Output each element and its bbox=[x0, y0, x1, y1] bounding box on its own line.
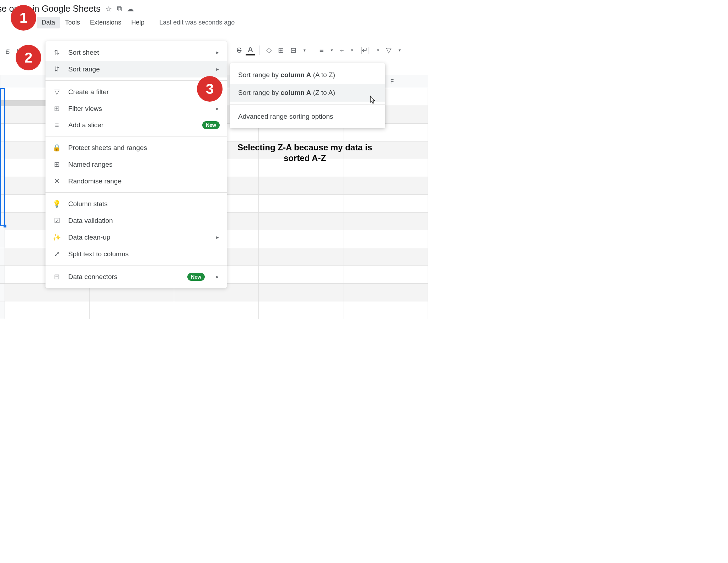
submenu-arrow-icon: ► bbox=[215, 67, 220, 72]
filter-views-icon: ⊞ bbox=[53, 104, 61, 113]
menu-data-validation[interactable]: ☑ Data validation bbox=[46, 212, 227, 229]
menu-filter-views[interactable]: ⊞ Filter views ► bbox=[46, 100, 227, 117]
submenu-advanced-sorting[interactable]: Advanced range sorting options bbox=[230, 108, 385, 125]
new-badge: New bbox=[202, 121, 220, 129]
lightbulb-icon: 💡 bbox=[53, 200, 61, 208]
split-text-icon: ⤢ bbox=[53, 250, 61, 258]
menu-label: Create a filter bbox=[68, 88, 109, 96]
menu-separator bbox=[46, 136, 227, 136]
lock-icon: 🔒 bbox=[53, 144, 61, 152]
menu-label: Add a slicer bbox=[68, 121, 103, 129]
text-wrap-icon[interactable]: |↵| bbox=[358, 45, 372, 55]
cleanup-icon: ✨ bbox=[53, 233, 61, 241]
menu-data-connectors[interactable]: ⊟ Data connectors New ► bbox=[46, 268, 227, 285]
menu-separator bbox=[46, 192, 227, 193]
menu-extensions[interactable]: Extensions bbox=[85, 17, 126, 28]
menu-label: Protect sheets and ranges bbox=[68, 144, 147, 152]
merge-cells-icon[interactable]: ⊟ bbox=[288, 45, 299, 55]
menu-label: Data validation bbox=[68, 217, 113, 225]
menu-column-stats[interactable]: 💡 Column stats bbox=[46, 195, 227, 212]
currency-icon[interactable]: £ bbox=[4, 45, 12, 57]
menu-label: Filter views bbox=[68, 105, 102, 113]
submenu-sort-z-to-a[interactable]: Sort range by column A (Z to A) bbox=[230, 84, 385, 102]
menu-label: Named ranges bbox=[68, 161, 113, 168]
step-marker-2: 2 bbox=[16, 45, 41, 70]
menu-named-ranges[interactable]: ⊞ Named ranges bbox=[46, 156, 227, 173]
dropdown-caret-icon[interactable]: ▼ bbox=[328, 48, 336, 53]
formatting-toolbar: S A ◇ ⊞ ⊟ ▼ ≡ ▼ ÷ ▼ |↵| ▼ ▽ ▼ bbox=[235, 45, 403, 55]
named-ranges-icon: ⊞ bbox=[53, 160, 61, 168]
selected-range-background bbox=[0, 100, 50, 106]
menu-separator bbox=[46, 265, 227, 266]
cloud-status-icon[interactable]: ☁ bbox=[127, 5, 134, 13]
menu-label: Data clean-up bbox=[68, 234, 110, 241]
borders-icon[interactable]: ⊞ bbox=[276, 45, 286, 55]
menu-sort-sheet[interactable]: ⇅ Sort sheet ► bbox=[46, 44, 227, 61]
sort-sheet-icon: ⇅ bbox=[53, 48, 61, 57]
validation-icon: ☑ bbox=[53, 216, 61, 225]
menu-sort-range[interactable]: ⇵ Sort range ► bbox=[46, 61, 227, 77]
menu-label: Split text to columns bbox=[68, 250, 129, 258]
move-folder-icon[interactable]: ⧉ bbox=[117, 5, 122, 13]
vertical-align-icon[interactable]: ÷ bbox=[338, 45, 346, 55]
annotation-text: Selecting Z-A because my data is sorted … bbox=[235, 142, 375, 163]
selection-handle[interactable] bbox=[4, 225, 6, 227]
menu-split-text[interactable]: ⤢ Split text to columns bbox=[46, 246, 227, 262]
submenu-arrow-icon: ► bbox=[215, 274, 220, 279]
slicer-icon: ≡ bbox=[53, 121, 61, 129]
sort-range-icon: ⇵ bbox=[53, 65, 61, 73]
menu-label: Column stats bbox=[68, 200, 108, 208]
randomise-icon: ✕ bbox=[53, 177, 61, 185]
menu-label: Sort sheet bbox=[68, 49, 99, 57]
dropdown-caret-icon[interactable]: ▼ bbox=[348, 48, 356, 53]
mouse-cursor-icon bbox=[368, 95, 377, 108]
strikethrough-icon[interactable]: S bbox=[235, 45, 243, 55]
menu-tools[interactable]: Tools bbox=[60, 17, 85, 28]
text-rotation-icon[interactable]: ▽ bbox=[384, 45, 394, 55]
data-menu-dropdown: ⇅ Sort sheet ► ⇵ Sort range ► ▽ Create a… bbox=[46, 41, 227, 288]
step-marker-3: 3 bbox=[197, 76, 223, 102]
submenu-arrow-icon: ► bbox=[215, 50, 220, 55]
submenu-arrow-icon: ► bbox=[215, 106, 220, 111]
menu-label: Advanced range sorting options bbox=[238, 113, 333, 120]
dropdown-caret-icon[interactable]: ▼ bbox=[301, 48, 309, 53]
dropdown-caret-icon[interactable]: ▼ bbox=[396, 48, 403, 53]
selection-outline bbox=[0, 88, 5, 226]
dropdown-caret-icon[interactable]: ▼ bbox=[374, 48, 382, 53]
menu-format-partial[interactable]: t bbox=[0, 17, 5, 28]
sort-range-submenu: Sort range by column A (A to Z) Sort ran… bbox=[230, 63, 385, 128]
horizontal-align-icon[interactable]: ≡ bbox=[317, 45, 326, 55]
menu-label: Randomise range bbox=[68, 177, 122, 185]
menu-help[interactable]: Help bbox=[126, 17, 149, 28]
menu-protect-sheets[interactable]: 🔒 Protect sheets and ranges bbox=[46, 139, 227, 156]
star-icon[interactable]: ☆ bbox=[106, 5, 112, 13]
new-badge: New bbox=[187, 273, 205, 281]
menu-separator bbox=[230, 104, 385, 105]
step-marker-1: 1 bbox=[11, 5, 36, 31]
last-edit-link[interactable]: Last edit was seconds ago bbox=[159, 19, 235, 26]
toolbar-divider bbox=[259, 45, 260, 55]
submenu-sort-a-to-z[interactable]: Sort range by column A (A to Z) bbox=[230, 66, 385, 84]
menu-data-cleanup[interactable]: ✨ Data clean-up ► bbox=[46, 229, 227, 246]
filter-icon: ▽ bbox=[53, 88, 61, 96]
menu-randomise-range[interactable]: ✕ Randomise range bbox=[46, 173, 227, 189]
submenu-arrow-icon: ► bbox=[215, 235, 220, 240]
fill-color-icon[interactable]: ◇ bbox=[264, 45, 274, 55]
database-icon: ⊟ bbox=[53, 273, 61, 281]
toolbar-divider bbox=[313, 45, 313, 55]
menu-label: Data connectors bbox=[68, 273, 117, 281]
text-color-icon[interactable]: A bbox=[246, 45, 255, 55]
menu-label: Sort range bbox=[68, 65, 100, 73]
menu-add-slicer[interactable]: ≡ Add a slicer New bbox=[46, 117, 227, 133]
menu-data[interactable]: Data bbox=[37, 17, 60, 28]
